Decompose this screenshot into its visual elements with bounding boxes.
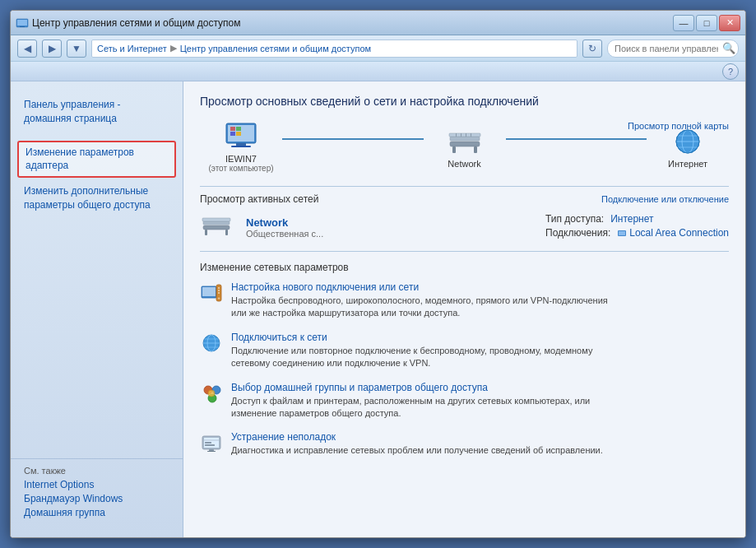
- change-text-new-connection: Настройка нового подключения или сети На…: [231, 281, 608, 320]
- help-button[interactable]: ?: [722, 63, 739, 80]
- refresh-button[interactable]: ↻: [582, 39, 602, 58]
- change-text-connect: Подключиться к сети Подключение или повт…: [231, 332, 592, 370]
- sidebar-homegroup[interactable]: Домашняя группа: [24, 507, 169, 518]
- svg-rect-14: [474, 146, 477, 153]
- net-line-2: [506, 138, 647, 140]
- toolbar-row: ?: [11, 62, 745, 81]
- main-area: Панель управления - домашняя страница Из…: [11, 81, 745, 537]
- svg-rect-10: [236, 132, 241, 136]
- homegroup-desc: Доступ к файлам и принтерам, расположенн…: [231, 395, 590, 420]
- network-details: Тип доступа: Интернет Подключения: Local…: [545, 213, 729, 241]
- sidebar-item-adapter[interactable]: Изменение параметровадаптера: [17, 141, 176, 179]
- maximize-button[interactable]: □: [696, 15, 717, 31]
- sidebar-windows-firewall[interactable]: Брандмауэр Windows: [24, 493, 169, 504]
- change-item-troubleshoot: Устранение неполадок Диагностика и испра…: [200, 431, 729, 457]
- search-wrap: 🔍: [607, 39, 739, 58]
- troubleshoot-link[interactable]: Устранение неполадок: [231, 431, 603, 443]
- net-label-network: Network: [448, 159, 480, 169]
- active-networks-header: Просмотр активных сетей Подключение или …: [200, 193, 729, 205]
- svg-rect-1: [17, 20, 27, 26]
- svg-rect-26: [203, 225, 230, 230]
- connect-disconnect-link[interactable]: Подключение или отключение: [601, 194, 729, 204]
- network-bench-icon: [445, 126, 485, 159]
- bench-svg: [446, 127, 484, 158]
- connect-desc: Подключение или повторное подключение к …: [231, 345, 592, 370]
- active-network-bench-icon: [201, 214, 232, 240]
- sidebar-item-sharing[interactable]: Изменить дополнительныепараметры общего …: [11, 179, 183, 217]
- svg-rect-54: [209, 449, 214, 451]
- dropdown-button[interactable]: ▼: [67, 39, 86, 58]
- homegroup-icon: [200, 382, 223, 405]
- active-network-icon: [200, 213, 233, 241]
- connections-label: Подключения:: [545, 227, 610, 239]
- connect-link[interactable]: Подключиться к сети: [231, 332, 592, 343]
- network-type: Общественная с...: [246, 229, 532, 239]
- active-network-row: Network Общественная с... Тип доступа: И…: [200, 213, 729, 241]
- back-button[interactable]: ◀: [17, 39, 37, 58]
- svg-rect-30: [202, 218, 230, 221]
- connections-row: Подключения: Local Area Connection: [545, 227, 729, 239]
- network-name-title[interactable]: Network: [246, 216, 532, 229]
- breadcrumb-item-current[interactable]: Центр управления сетями и общим доступом: [180, 44, 371, 53]
- svg-rect-34: [202, 287, 216, 296]
- search-button[interactable]: 🔍: [722, 42, 735, 54]
- svg-rect-16: [456, 133, 457, 137]
- page-title: Просмотр основных сведений о сети и наст…: [200, 95, 729, 108]
- change-item-homegroup: Выбор домашней группы и параметров общег…: [200, 382, 729, 420]
- forward-button[interactable]: ▶: [42, 39, 62, 58]
- breadcrumb[interactable]: Сеть и Интернет ▶ Центр управления сетям…: [91, 39, 577, 58]
- sidebar-also: См. также Internet Options Брандмауэр Wi…: [11, 458, 183, 527]
- svg-rect-13: [452, 146, 456, 153]
- svg-rect-18: [466, 133, 466, 137]
- new-connection-icon: +: [200, 281, 223, 304]
- sidebar-home-link[interactable]: Панель управления - домашняя страница: [24, 99, 121, 124]
- minimize-button[interactable]: —: [673, 15, 694, 31]
- new-connection-link[interactable]: Настройка нового подключения или сети: [231, 281, 608, 293]
- active-networks-label: Просмотр активных сетей: [200, 193, 318, 205]
- svg-rect-12: [450, 137, 480, 141]
- svg-rect-7: [230, 127, 235, 131]
- svg-rect-2: [20, 26, 25, 27]
- troubleshoot-icon: [200, 431, 223, 454]
- access-type-value: Интернет: [610, 213, 653, 225]
- net-line-1: [282, 138, 424, 140]
- connection-icon: [617, 228, 627, 238]
- svg-rect-32: [619, 231, 625, 235]
- svg-point-48: [208, 390, 215, 397]
- svg-rect-55: [207, 451, 216, 452]
- sidebar-internet-options[interactable]: Internet Options: [24, 479, 169, 490]
- addressbar: ◀ ▶ ▼ Сеть и Интернет ▶ Центр управления…: [11, 35, 745, 62]
- svg-rect-5: [236, 143, 246, 146]
- access-type-row: Тип доступа: Интернет: [545, 213, 729, 225]
- network-diagram: IEWIN7 (этот компьютер): [200, 121, 729, 173]
- access-type-label: Тип доступа:: [545, 213, 604, 225]
- change-text-homegroup: Выбор домашней группы и параметров общег…: [231, 382, 590, 420]
- svg-rect-27: [203, 221, 230, 225]
- search-input[interactable]: [607, 39, 739, 58]
- homegroup-link[interactable]: Выбор домашней группы и параметров общег…: [231, 382, 590, 393]
- titlebar-controls: — □ ✕: [673, 15, 740, 31]
- svg-rect-11: [450, 142, 480, 146]
- svg-rect-28: [205, 230, 207, 235]
- breadcrumb-item-network[interactable]: Сеть и Интернет: [97, 44, 167, 53]
- main-window: Центр управления сетями и общим доступом…: [10, 10, 746, 538]
- change-settings-title: Изменение сетевых параметров: [200, 262, 729, 273]
- content-area: Просмотр основных сведений о сети и наст…: [183, 81, 745, 537]
- view-full-map-link[interactable]: Просмотр полной карты: [628, 121, 729, 131]
- sidebar: Панель управления - домашняя страница Из…: [11, 81, 183, 537]
- net-node-internet: Интернет: [647, 126, 729, 169]
- window-title: Центр управления сетями и общим доступом: [32, 17, 241, 29]
- change-text-troubleshoot: Устранение неполадок Диагностика и испра…: [231, 431, 603, 457]
- svg-rect-53: [205, 444, 215, 446]
- svg-rect-9: [230, 132, 235, 136]
- titlebar: Центр управления сетями и общим доступом…: [11, 11, 745, 35]
- close-button[interactable]: ✕: [719, 15, 740, 31]
- svg-rect-19: [471, 133, 471, 137]
- net-node-computer: IEWIN7 (этот компьютер): [200, 121, 282, 173]
- net-node-network: Network: [424, 126, 506, 169]
- troubleshoot-desc: Диагностика и исправление сетевых пробле…: [231, 444, 603, 457]
- connections-value[interactable]: Local Area Connection: [629, 227, 729, 239]
- divider-2: [200, 251, 729, 252]
- sidebar-home[interactable]: Панель управления - домашняя страница: [11, 91, 183, 132]
- titlebar-left: Центр управления сетями и общим доступом: [16, 16, 241, 30]
